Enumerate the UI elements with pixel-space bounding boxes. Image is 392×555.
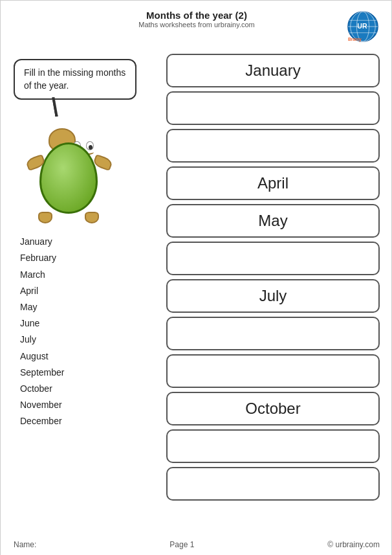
turtle-character (27, 123, 111, 223)
turtle-body (39, 142, 98, 214)
page-number: Page 1 (169, 540, 194, 549)
turtle-leg-right (85, 212, 99, 223)
instruction-bubble: Fill in the missing months of the year. (14, 59, 136, 100)
month-list-item: January (20, 234, 156, 250)
month-list-item: December (20, 413, 156, 429)
month-box-8[interactable] (166, 317, 380, 350)
svg-text:UR: UR (357, 22, 367, 30)
month-list-item: May (20, 299, 156, 315)
month-list-item: November (20, 397, 156, 413)
instruction-text: Fill in the missing months of the year. (24, 67, 125, 91)
month-box-1: January (166, 54, 380, 87)
month-box-11[interactable] (166, 429, 380, 463)
left-column: Fill in the missing months of the year. … (14, 59, 156, 429)
month-list-item: August (20, 348, 156, 365)
month-box-4: April (166, 166, 380, 200)
worksheet-page: Months of the year (2) Maths worksheets … (1, 1, 392, 555)
month-list-item: February (20, 250, 156, 266)
month-box-7: July (166, 279, 380, 313)
month-list-item: June (20, 315, 156, 332)
month-list-item: September (20, 365, 156, 381)
month-box-10: October (166, 392, 380, 425)
logo-icon: UR Brainy (346, 10, 380, 43)
month-list-item: July (20, 332, 156, 348)
footer: Name: Page 1 © urbrainy.com (14, 540, 380, 549)
right-column: JanuaryAprilMayJulyOctober (166, 54, 380, 504)
month-list-item: March (20, 267, 156, 283)
month-box-9[interactable] (166, 354, 380, 388)
logo: UR Brainy (346, 10, 380, 43)
page-subtitle: Maths worksheets from urbrainy.com (14, 21, 380, 28)
month-box-3[interactable] (166, 129, 380, 163)
copyright: © urbrainy.com (327, 540, 380, 549)
month-box-12[interactable] (166, 467, 380, 501)
svg-text:Brainy: Brainy (348, 37, 362, 42)
turtle-leg-left (38, 212, 52, 223)
month-box-6[interactable] (166, 242, 380, 275)
header: Months of the year (2) Maths worksheets … (14, 10, 380, 28)
name-label: Name: (14, 540, 36, 549)
month-box-5: May (166, 204, 380, 238)
month-box-2[interactable] (166, 91, 380, 125)
month-list-item: April (20, 283, 156, 299)
month-list-item: October (20, 381, 156, 397)
page-title: Months of the year (2) (14, 10, 380, 21)
months-word-list: JanuaryFebruaryMarchAprilMayJuneJulyAugu… (20, 234, 156, 429)
